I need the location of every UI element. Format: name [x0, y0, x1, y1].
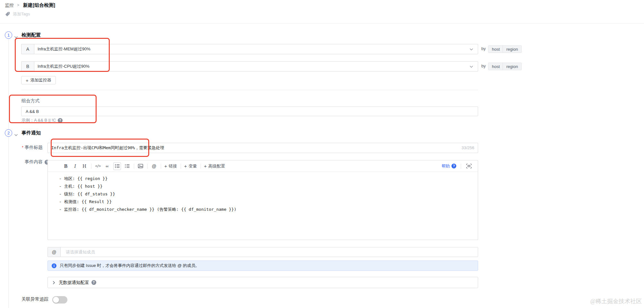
- mention-icon[interactable]: @: [151, 162, 157, 170]
- plus-icon: +: [164, 163, 167, 169]
- chevron-down-icon: [469, 48, 473, 51]
- editor-line: - 主机: {{ host }}: [59, 183, 471, 190]
- event-title-label: 事件标题: [25, 145, 43, 150]
- info-banner: i 只有同步创建 Issue 时，才会将事件内容通过邮件的方式发送给 @ 的成员…: [47, 261, 478, 271]
- combine-hint-text: 示例：A && B || !C: [21, 117, 56, 123]
- group-by-tag-region[interactable]: region: [502, 45, 522, 53]
- plus-icon: +: [184, 163, 187, 169]
- group-by-tag-host[interactable]: host: [488, 63, 504, 70]
- section-1-collapse-chevron-down-icon[interactable]: [14, 34, 18, 40]
- help-question-icon[interactable]: ?: [91, 280, 96, 285]
- help-question-icon: ?: [451, 164, 456, 168]
- info-icon: i: [52, 263, 56, 268]
- insert-link-label: 链接: [169, 163, 177, 169]
- insert-link-button[interactable]: + 链接: [164, 162, 177, 170]
- monitor-key-label: B: [21, 61, 34, 72]
- chevron-down-icon: [469, 65, 473, 68]
- toolbar-divider: [147, 164, 148, 169]
- toggle-knob: [53, 297, 59, 303]
- page-title: 新建[组合检测]: [23, 2, 55, 8]
- monitor-select-b-value: Infra主机监控-CPU超过90%: [38, 64, 90, 69]
- event-title-field: 33/256: [47, 143, 478, 153]
- info-banner-text: 只有同步创建 Issue 时，才会将事件内容通过邮件的方式发送给 @ 的成员。: [60, 263, 200, 269]
- toolbar-divider: [134, 164, 134, 169]
- editor-help-button[interactable]: 帮助 ?: [442, 163, 456, 169]
- toolbar-divider: [91, 164, 91, 169]
- code-icon[interactable]: </>: [95, 162, 101, 170]
- monitor-key-label: A: [21, 44, 34, 54]
- combine-method-label: 组合方式: [21, 98, 39, 104]
- editor-help-label: 帮助: [442, 163, 450, 169]
- monitor-row: B Infra主机监控-CPU超过90%: [21, 61, 478, 72]
- mention-members-input[interactable]: [61, 247, 478, 257]
- by-label: by: [481, 64, 486, 68]
- toolbar-divider: [201, 164, 201, 169]
- toolbar-divider: [461, 164, 461, 169]
- plus-icon: +: [204, 163, 207, 169]
- header-divider: [0, 23, 644, 23]
- by-label: by: [481, 46, 486, 51]
- breadcrumb-parent[interactable]: 监控: [5, 3, 14, 8]
- italic-icon[interactable]: I: [72, 162, 78, 170]
- required-asterisk: *: [22, 145, 23, 150]
- editor-line: - 检测值: {{ Result }}: [59, 198, 471, 206]
- section-divider: [21, 90, 478, 90]
- combine-expression-input[interactable]: [21, 107, 478, 116]
- step-1-badge: 1: [5, 31, 12, 39]
- bullet-list-icon[interactable]: [113, 162, 121, 170]
- editor-content[interactable]: - 地区: {{ region }} - 主机: {{ host }} - 级别…: [48, 172, 478, 213]
- chevron-right-icon: [53, 281, 55, 285]
- tags-input[interactable]: [13, 10, 83, 17]
- nodata-config-panel[interactable]: 无数据通知配置 ?: [47, 277, 478, 288]
- advanced-config-label: 高级配置: [208, 163, 225, 169]
- nodata-config-label: 无数据通知配置: [59, 280, 89, 286]
- insert-variable-label: 变量: [189, 163, 197, 169]
- editor-line: - 地区: {{ region }}: [59, 175, 471, 183]
- group-by-tag-host[interactable]: host: [488, 45, 504, 53]
- heading-icon[interactable]: H: [81, 162, 88, 170]
- blockquote-icon[interactable]: “: [104, 162, 110, 170]
- insert-variable-button[interactable]: + 变量: [184, 162, 197, 170]
- help-question-icon[interactable]: ?: [58, 118, 63, 123]
- editor-toolbar: B I H </> “ @ + 链接 + 变量 + 高级配置: [48, 160, 478, 172]
- advanced-config-button[interactable]: + 高级配置: [204, 162, 225, 170]
- combine-hint: 示例：A && B || !C ?: [21, 117, 63, 123]
- issue-tracking-toggle[interactable]: [52, 296, 67, 304]
- add-monitor-button[interactable]: + 添加监控器: [21, 76, 56, 84]
- toolbar-divider: [161, 164, 161, 169]
- tag-icon: [5, 12, 10, 18]
- event-title-input[interactable]: [47, 143, 478, 153]
- watermark: @稀土掘金技术社区: [590, 297, 642, 305]
- mention-field: @: [47, 247, 478, 257]
- breadcrumb-separator-icon: >: [17, 3, 19, 7]
- toolbar-divider: [181, 164, 181, 169]
- event-content-label: 事件内容 ?: [25, 159, 49, 165]
- ordered-list-icon[interactable]: [124, 162, 130, 170]
- editor-line: - 级别: {{ df_status }}: [59, 190, 471, 198]
- preview-icon[interactable]: [466, 162, 472, 170]
- add-monitor-button-label: 添加监控器: [30, 77, 51, 83]
- monitor-select-b[interactable]: Infra主机监控-CPU超过90%: [34, 61, 478, 72]
- bold-icon[interactable]: B: [63, 162, 69, 170]
- issue-tracking-label: 关联异常追踪: [21, 296, 48, 302]
- at-prefix-icon: @: [48, 247, 61, 257]
- event-content-label-text: 事件内容: [25, 159, 43, 165]
- monitor-select-a[interactable]: Infra主机监控-MEM超过90%: [34, 44, 478, 54]
- step-connector-line: [8, 39, 9, 308]
- plus-icon: +: [26, 78, 29, 83]
- step-2-badge: 2: [5, 129, 12, 137]
- char-counter: 33/256: [461, 145, 474, 150]
- section-2-title: 事件通知: [21, 130, 41, 136]
- editor-line: - 监控器: {{ df_monitor_checker_name }} (告警…: [59, 206, 471, 213]
- section-2-collapse-chevron-down-icon[interactable]: [14, 132, 18, 138]
- markdown-editor: B I H </> “ @ + 链接 + 变量 + 高级配置: [47, 160, 478, 240]
- section-1-title: 检测配置: [21, 32, 41, 38]
- group-by-tag-region[interactable]: region: [502, 63, 522, 70]
- monitor-row: A Infra主机监控-MEM超过90%: [21, 44, 478, 54]
- monitor-select-a-value: Infra主机监控-MEM超过90%: [38, 46, 90, 52]
- image-icon[interactable]: [137, 162, 144, 170]
